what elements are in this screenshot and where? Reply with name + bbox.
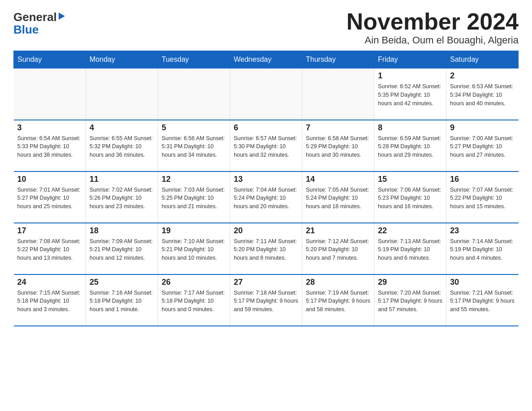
day-number: 12 — [162, 175, 226, 184]
day-info: Sunrise: 7:14 AM Sunset: 5:19 PM Dayligh… — [450, 237, 515, 262]
table-row — [86, 68, 158, 120]
table-row: 24Sunrise: 7:15 AM Sunset: 5:18 PM Dayli… — [14, 274, 86, 326]
day-info: Sunrise: 7:21 AM Sunset: 5:17 PM Dayligh… — [450, 289, 515, 314]
day-info: Sunrise: 7:09 AM Sunset: 5:21 PM Dayligh… — [90, 237, 154, 262]
day-number: 26 — [162, 278, 226, 287]
day-info: Sunrise: 7:19 AM Sunset: 5:17 PM Dayligh… — [306, 289, 370, 314]
table-row: 30Sunrise: 7:21 AM Sunset: 5:17 PM Dayli… — [446, 274, 519, 326]
day-number: 27 — [234, 278, 298, 287]
table-row: 13Sunrise: 7:04 AM Sunset: 5:24 PM Dayli… — [230, 171, 302, 223]
page-header: General Blue November 2024 Ain Beida, Ou… — [13, 9, 519, 46]
title-block: November 2024 Ain Beida, Oum el Bouaghi,… — [347, 9, 519, 46]
day-info: Sunrise: 7:07 AM Sunset: 5:22 PM Dayligh… — [450, 186, 515, 211]
logo-blue: Blue — [13, 23, 39, 37]
svg-marker-0 — [59, 13, 65, 20]
logo-general: General — [13, 11, 57, 23]
day-info: Sunrise: 6:55 AM Sunset: 5:32 PM Dayligh… — [90, 134, 154, 159]
calendar-week-row: 1Sunrise: 6:52 AM Sunset: 5:35 PM Daylig… — [14, 68, 519, 120]
day-number: 23 — [450, 226, 515, 235]
logo: General Blue — [13, 9, 66, 37]
day-number: 28 — [306, 278, 370, 287]
day-number: 30 — [450, 278, 515, 287]
table-row: 9Sunrise: 7:00 AM Sunset: 5:27 PM Daylig… — [446, 120, 519, 171]
table-row: 27Sunrise: 7:18 AM Sunset: 5:17 PM Dayli… — [230, 274, 302, 326]
calendar-week-row: 3Sunrise: 6:54 AM Sunset: 5:33 PM Daylig… — [14, 120, 519, 171]
calendar-week-row: 17Sunrise: 7:08 AM Sunset: 5:22 PM Dayli… — [14, 223, 519, 274]
day-number: 25 — [90, 278, 154, 287]
day-number: 18 — [90, 226, 154, 235]
header-monday: Monday — [86, 51, 158, 68]
table-row: 4Sunrise: 6:55 AM Sunset: 5:32 PM Daylig… — [86, 120, 158, 171]
day-info: Sunrise: 7:13 AM Sunset: 5:19 PM Dayligh… — [378, 237, 442, 262]
day-number: 20 — [234, 226, 298, 235]
calendar-week-row: 10Sunrise: 7:01 AM Sunset: 5:27 PM Dayli… — [14, 171, 519, 223]
day-info: Sunrise: 7:18 AM Sunset: 5:17 PM Dayligh… — [234, 289, 298, 314]
day-info: Sunrise: 6:58 AM Sunset: 5:29 PM Dayligh… — [306, 134, 370, 159]
day-number: 15 — [378, 175, 442, 184]
table-row: 3Sunrise: 6:54 AM Sunset: 5:33 PM Daylig… — [14, 120, 86, 171]
header-tuesday: Tuesday — [158, 51, 230, 68]
day-number: 14 — [306, 175, 370, 184]
table-row — [230, 68, 302, 120]
table-row: 17Sunrise: 7:08 AM Sunset: 5:22 PM Dayli… — [14, 223, 86, 274]
day-info: Sunrise: 7:12 AM Sunset: 5:20 PM Dayligh… — [306, 237, 370, 262]
day-info: Sunrise: 7:20 AM Sunset: 5:17 PM Dayligh… — [378, 289, 442, 314]
day-info: Sunrise: 6:56 AM Sunset: 5:31 PM Dayligh… — [162, 134, 226, 159]
table-row: 5Sunrise: 6:56 AM Sunset: 5:31 PM Daylig… — [158, 120, 230, 171]
day-number: 29 — [378, 278, 442, 287]
table-row: 23Sunrise: 7:14 AM Sunset: 5:19 PM Dayli… — [446, 223, 519, 274]
table-row: 14Sunrise: 7:05 AM Sunset: 5:24 PM Dayli… — [302, 171, 374, 223]
logo-triangle-icon — [58, 12, 66, 21]
day-number: 17 — [17, 226, 82, 235]
day-info: Sunrise: 6:59 AM Sunset: 5:28 PM Dayligh… — [378, 134, 442, 159]
table-row: 18Sunrise: 7:09 AM Sunset: 5:21 PM Dayli… — [86, 223, 158, 274]
table-row — [14, 68, 86, 120]
table-row: 25Sunrise: 7:16 AM Sunset: 5:18 PM Dayli… — [86, 274, 158, 326]
calendar-subtitle: Ain Beida, Oum el Bouaghi, Algeria — [347, 34, 519, 46]
calendar-week-row: 24Sunrise: 7:15 AM Sunset: 5:18 PM Dayli… — [14, 274, 519, 326]
day-info: Sunrise: 6:52 AM Sunset: 5:35 PM Dayligh… — [378, 82, 442, 107]
day-number: 22 — [378, 226, 442, 235]
table-row: 20Sunrise: 7:11 AM Sunset: 5:20 PM Dayli… — [230, 223, 302, 274]
table-row — [158, 68, 230, 120]
calendar-table: Sunday Monday Tuesday Wednesday Thursday… — [13, 51, 519, 326]
table-row — [302, 68, 374, 120]
day-info: Sunrise: 7:03 AM Sunset: 5:25 PM Dayligh… — [162, 186, 226, 211]
table-row: 19Sunrise: 7:10 AM Sunset: 5:21 PM Dayli… — [158, 223, 230, 274]
table-row: 11Sunrise: 7:02 AM Sunset: 5:26 PM Dayli… — [86, 171, 158, 223]
day-number: 10 — [17, 175, 82, 184]
day-info: Sunrise: 7:06 AM Sunset: 5:23 PM Dayligh… — [378, 186, 442, 211]
day-info: Sunrise: 7:04 AM Sunset: 5:24 PM Dayligh… — [234, 186, 298, 211]
day-info: Sunrise: 7:16 AM Sunset: 5:18 PM Dayligh… — [90, 289, 154, 314]
calendar-title: November 2024 — [347, 9, 519, 34]
day-number: 9 — [450, 123, 515, 133]
table-row: 22Sunrise: 7:13 AM Sunset: 5:19 PM Dayli… — [374, 223, 446, 274]
day-info: Sunrise: 7:17 AM Sunset: 5:18 PM Dayligh… — [162, 289, 226, 314]
day-info: Sunrise: 7:11 AM Sunset: 5:20 PM Dayligh… — [234, 237, 298, 262]
table-row: 29Sunrise: 7:20 AM Sunset: 5:17 PM Dayli… — [374, 274, 446, 326]
day-info: Sunrise: 6:54 AM Sunset: 5:33 PM Dayligh… — [17, 134, 82, 159]
table-row: 7Sunrise: 6:58 AM Sunset: 5:29 PM Daylig… — [302, 120, 374, 171]
header-thursday: Thursday — [302, 51, 374, 68]
table-row: 28Sunrise: 7:19 AM Sunset: 5:17 PM Dayli… — [302, 274, 374, 326]
day-info: Sunrise: 7:08 AM Sunset: 5:22 PM Dayligh… — [17, 237, 82, 262]
table-row: 6Sunrise: 6:57 AM Sunset: 5:30 PM Daylig… — [230, 120, 302, 171]
day-number: 5 — [162, 123, 226, 133]
table-row: 21Sunrise: 7:12 AM Sunset: 5:20 PM Dayli… — [302, 223, 374, 274]
table-row: 1Sunrise: 6:52 AM Sunset: 5:35 PM Daylig… — [374, 68, 446, 120]
header-wednesday: Wednesday — [230, 51, 302, 68]
day-info: Sunrise: 6:53 AM Sunset: 5:34 PM Dayligh… — [450, 82, 515, 107]
day-number: 1 — [378, 71, 442, 81]
day-number: 13 — [234, 175, 298, 184]
header-saturday: Saturday — [446, 51, 519, 68]
day-number: 2 — [450, 71, 515, 81]
header-friday: Friday — [374, 51, 446, 68]
table-row: 16Sunrise: 7:07 AM Sunset: 5:22 PM Dayli… — [446, 171, 519, 223]
table-row: 26Sunrise: 7:17 AM Sunset: 5:18 PM Dayli… — [158, 274, 230, 326]
day-info: Sunrise: 7:05 AM Sunset: 5:24 PM Dayligh… — [306, 186, 370, 211]
day-number: 3 — [17, 123, 82, 133]
day-number: 4 — [90, 123, 154, 133]
day-info: Sunrise: 7:00 AM Sunset: 5:27 PM Dayligh… — [450, 134, 515, 159]
table-row: 8Sunrise: 6:59 AM Sunset: 5:28 PM Daylig… — [374, 120, 446, 171]
day-info: Sunrise: 7:15 AM Sunset: 5:18 PM Dayligh… — [17, 289, 82, 314]
